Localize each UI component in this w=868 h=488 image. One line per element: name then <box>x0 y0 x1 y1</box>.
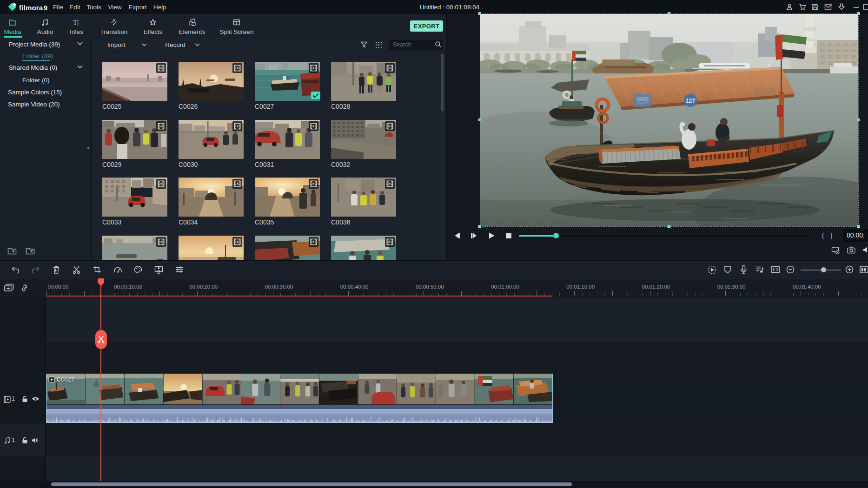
svg-text:T: T <box>73 19 77 26</box>
